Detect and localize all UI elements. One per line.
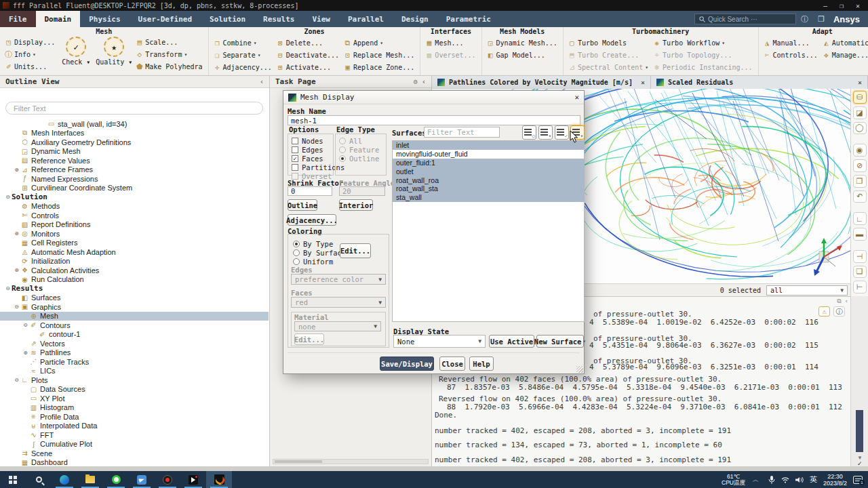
help-icon[interactable]: ⓘ (801, 14, 808, 24)
ribbon-button-overset[interactable]: ▩Overset... (423, 49, 477, 61)
console-popout-icon[interactable]: ⧉ (837, 298, 841, 305)
ribbon-button-controls[interactable]: ✄Controls... (762, 49, 819, 61)
tree-item-curvilinear-coordinate-system[interactable]: ⊞Curvilinear Coordinate System (0, 184, 269, 193)
colormap-icon[interactable]: ◪ (853, 106, 867, 119)
ribbon-button-make-polyhedra[interactable]: ⬟Make Polyhedra (134, 60, 203, 73)
option-partitions[interactable]: Partitions (292, 163, 333, 171)
info-button[interactable]: ⓘ (833, 306, 845, 317)
screen-recorder-app[interactable] (155, 471, 180, 488)
ribbon-button-gap-model[interactable]: ◧Gap Model... (485, 49, 559, 61)
expand-icon[interactable]: ⊕ (13, 230, 20, 237)
ribbon-button-manual[interactable]: ◮Manual... (762, 37, 819, 49)
start-button[interactable] (0, 471, 26, 488)
console-collapse-icon[interactable]: ‹ (845, 298, 848, 305)
collapse-panel-icon[interactable]: ‹ (260, 78, 264, 85)
search-button[interactable] (26, 471, 52, 488)
expand-icon[interactable]: ⊕ (13, 167, 20, 173)
ribbon-button-manage[interactable]: ✥Manage... (821, 49, 868, 61)
selection-filter-dropdown[interactable]: all ▼ (766, 285, 848, 296)
collapse-icon[interactable]: ⊖ (13, 377, 20, 383)
menu-tab-solution[interactable]: Solution (201, 11, 254, 27)
ribbon-button-separate[interactable]: ❏Separate▾ (212, 49, 273, 61)
ime-indicator[interactable]: 英 (810, 474, 817, 485)
tree-item-mesh-interfaces[interactable]: ⧉Mesh Interfaces (0, 129, 269, 138)
ribbon-button-check[interactable]: ✓Check ▾ (60, 36, 92, 74)
tab-pathlines[interactable]: Pathlines Colored by Velocity Magnitude … (432, 76, 651, 89)
ribbon-button-spectral-content[interactable]: ⊿Spectral Content▾ (566, 61, 650, 73)
adjacency-button[interactable]: Adjacency... (288, 214, 336, 226)
ribbon-button-delete[interactable]: ⊠Delete... (275, 37, 340, 49)
axes-triad-icon[interactable]: ∟ (853, 212, 867, 225)
maximize-button[interactable]: ❐ (840, 2, 844, 9)
ribbon-button-periodic-instancing[interactable]: ❃Periodic Instancing... (651, 61, 753, 73)
ribbon-button-turbo-create[interactable]: ⬒Turbo Create... (566, 49, 650, 61)
annotate-icon[interactable]: ▬ (853, 228, 867, 241)
microphone-icon[interactable] (768, 476, 775, 484)
close-button[interactable]: ✕ (856, 2, 860, 9)
notification-center-icon[interactable]: 1 (853, 476, 863, 484)
shrink-factor-input[interactable]: 0 (288, 186, 332, 196)
surface-item-roat-wall-roa[interactable]: roat_wall_roa (393, 176, 584, 184)
tab-scaled-residuals[interactable]: Scaled Residuals ✕ (651, 76, 868, 89)
interior-button[interactable]: Interior (339, 199, 373, 211)
tree-item-interpolated-data[interactable]: ⊎Interpolated Data (0, 422, 269, 431)
media-player-app[interactable] (180, 471, 206, 488)
menu-tab-parametric[interactable]: Parametric (437, 11, 500, 27)
expand-icon[interactable]: ⊕ (22, 350, 29, 356)
hide-surfaces-icon[interactable]: ⊘ (853, 159, 867, 172)
tree-item-reference-frames[interactable]: ⊕⊿Reference Frames (0, 165, 269, 175)
copy-view-icon[interactable]: ❐ (853, 175, 867, 188)
display-properties-icon[interactable]: ⛁ (853, 91, 867, 104)
tree-item-automatic-mesh-adaption[interactable]: ◬Automatic Mesh Adaption (0, 247, 269, 257)
use-active-button[interactable]: Use Active (489, 335, 534, 348)
tree-item-histogram[interactable]: ▥Histogram (0, 403, 269, 413)
ribbon-button-display[interactable]: ◳Display... (3, 36, 56, 48)
outline-filter-input[interactable]: Filter Text (5, 102, 263, 115)
horizontal-slider-icon[interactable]: ⊣ (853, 250, 867, 263)
ribbon-button-mesh[interactable]: ▦Mesh... (423, 37, 477, 49)
surface-item-inlet[interactable]: inlet (393, 141, 584, 150)
tree-item-run-calculation[interactable]: ◉Run Calculation (0, 275, 269, 285)
mesh-name-input[interactable]: mesh-1 (288, 115, 580, 125)
tree-item-methods[interactable]: ⚙Methods (0, 202, 269, 211)
vertical-slider-icon[interactable]: ⊢ (853, 281, 867, 293)
ribbon-button-automatic[interactable]: ◭Automatic... (821, 37, 868, 49)
tree-item-dynamic-mesh[interactable]: ◲Dynamic Mesh (0, 147, 269, 157)
fluent-app[interactable] (206, 471, 232, 488)
ribbon-button-activate[interactable]: ⊞Activate... (275, 61, 340, 73)
tree-item-graphics[interactable]: ⊖▣Graphics (0, 302, 269, 312)
scrollbar-thumb[interactable] (856, 410, 863, 452)
surface-item-sta-wall[interactable]: sta_wall (393, 193, 584, 202)
ribbon-button-append[interactable]: ⧉Append▾ (342, 37, 416, 49)
tree-item-plots[interactable]: ⊖∟Plots (0, 375, 269, 385)
menu-tab-physics[interactable]: Physics (80, 11, 129, 27)
menu-tab-file[interactable]: File (0, 11, 36, 27)
dialog-titlebar[interactable]: Mesh Display ✕ (283, 91, 584, 104)
surfaces-sort-button[interactable]: ▾ (538, 125, 553, 140)
tree-item-contours[interactable]: ⊖✐Contours (0, 321, 269, 330)
tree-item-scene[interactable]: ⇉Scene (0, 449, 269, 458)
ribbon-button-quality[interactable]: ★Quality ▾ (94, 36, 134, 74)
tree-item-vectors[interactable]: ⇗Vectors (0, 339, 269, 348)
collapse-icon[interactable]: ⊖ (13, 304, 20, 310)
close-residuals-tab-icon[interactable]: ✕ (858, 79, 862, 86)
display-state-dropdown[interactable]: None ▼ (393, 335, 486, 348)
collapse-icon[interactable]: ⊖ (4, 285, 12, 291)
coloring-uniform[interactable]: Uniform (293, 258, 346, 266)
layout-icon[interactable]: ❒ (818, 15, 825, 24)
surface-item-movingfluid-outer-fluid[interactable]: movingfluid-outer_fluid (393, 150, 584, 159)
tree-item-results[interactable]: ⊖Results (0, 284, 269, 293)
outline-button[interactable]: Outline (288, 199, 317, 211)
ribbon-button-adjacency[interactable]: ✛Adjacency... (212, 61, 273, 73)
hidden-icons-chevron[interactable]: ︿ (751, 475, 760, 485)
task-page-hscrollbar[interactable] (273, 459, 429, 464)
dialog-close-icon[interactable]: ✕ (574, 93, 579, 102)
tree-item-data-sources[interactable]: ▢Data Sources (0, 385, 269, 394)
menu-tab-user-defined[interactable]: User-Defined (130, 11, 201, 27)
tree-item-monitors[interactable]: ⊕◎Monitors (0, 229, 269, 239)
quick-search-input[interactable]: Quick Search ··· (694, 14, 796, 24)
surfaces-filter-input[interactable]: Filter Text (424, 127, 500, 138)
tree-item-reference-values[interactable]: ▤Reference Values (0, 156, 269, 165)
ribbon-button-deactivate[interactable]: ⊟Deactivate... (275, 49, 340, 61)
file-explorer-app[interactable] (77, 471, 103, 488)
